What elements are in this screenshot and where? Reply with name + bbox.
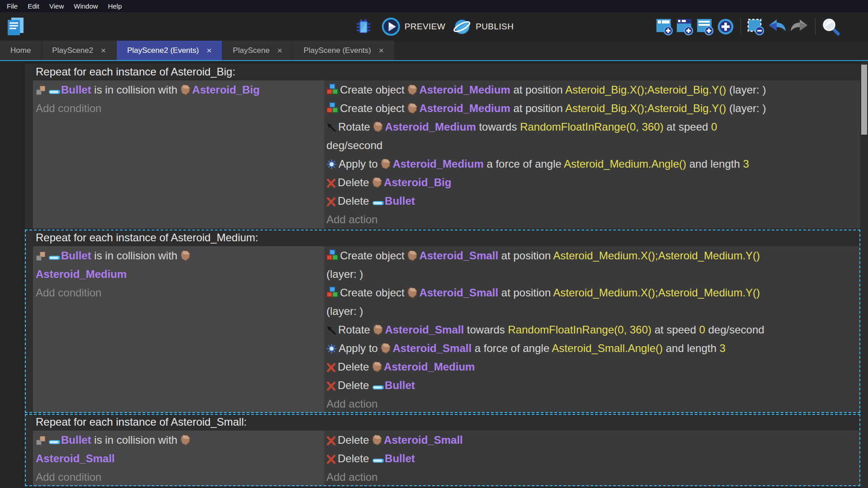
expression: Asteroid_Medium.X();Asteroid_Medium.Y() (553, 249, 760, 262)
expression: RandomFloatInRange(0, 360) (520, 121, 664, 133)
object-name: Bullet (385, 379, 415, 391)
event-line[interactable]: Rotate Asteroid_Medium towards RandomFlo… (326, 117, 857, 155)
tab-playscene[interactable]: PlayScene× (222, 41, 292, 60)
menu-file[interactable]: File (2, 2, 23, 10)
tab-label: PlayScene (233, 46, 269, 55)
tab-playscene-events[interactable]: PlayScene (Events)× (293, 41, 394, 60)
delete-icon (326, 363, 336, 372)
event-line[interactable]: Delete Asteroid_Medium (326, 357, 857, 376)
asteroid-icon (373, 122, 383, 132)
event-drag-handle[interactable] (25, 64, 33, 229)
event-body: Bullet is in collision with Asteroid_Med… (33, 246, 860, 413)
event-line[interactable]: Delete Asteroid_Small (326, 431, 857, 449)
add-action-button[interactable]: Add action (326, 210, 857, 229)
instruction-text: (layer: ) (726, 102, 766, 114)
event-line[interactable]: Create object Asteroid_Small at position… (326, 246, 857, 283)
object-name: Asteroid_Medium (385, 121, 476, 133)
instruction-text: is in collision with (91, 434, 180, 446)
instruction-text: Create object (340, 84, 407, 96)
delete-icon (326, 455, 336, 464)
redo-button[interactable] (790, 19, 809, 35)
add-condition-button[interactable]: Add condition (36, 99, 321, 117)
event-line[interactable]: Bullet is in collision with Asteroid_Med… (36, 246, 321, 283)
remove-event-button[interactable] (747, 18, 764, 36)
object-name: Asteroid_Small (384, 434, 463, 446)
add-condition-button[interactable]: Add condition (36, 468, 321, 486)
object-name: Asteroid_Medium (392, 158, 483, 170)
undo-button[interactable] (768, 19, 787, 35)
globe-icon (453, 17, 472, 36)
event-line[interactable]: Rotate Asteroid_Small towards RandomFloa… (326, 320, 857, 339)
instruction-text: at speed (664, 121, 711, 133)
menu-view[interactable]: View (44, 2, 69, 10)
instruction-text: Rotate (338, 324, 373, 336)
event-drag-handle[interactable] (25, 230, 33, 413)
event-line[interactable]: Create object Asteroid_Medium at positio… (326, 80, 857, 99)
asteroid-icon (407, 84, 417, 95)
event-drag-handle[interactable] (25, 414, 33, 486)
debug-button[interactable] (354, 18, 373, 36)
instruction-text: deg/second (705, 324, 764, 336)
vertical-scrollbar[interactable] (860, 61, 868, 488)
event-header[interactable]: Repeat for each instance of Asteroid_Med… (33, 230, 860, 246)
event-block[interactable]: Repeat for each instance of Asteroid_Med… (25, 230, 860, 413)
tab-home[interactable]: Home (0, 41, 41, 60)
tab-close-icon[interactable]: × (379, 46, 384, 55)
menu-help[interactable]: Help (103, 2, 127, 10)
tab-label: PlayScene (Events) (303, 46, 371, 55)
tab-close-icon[interactable]: × (277, 46, 282, 55)
event-line[interactable]: Delete Asteroid_Big (326, 173, 857, 192)
add-condition-button[interactable]: Add condition (36, 283, 321, 302)
preview-button[interactable]: PREVIEW (382, 17, 445, 36)
event-line[interactable]: Delete Bullet (326, 192, 857, 210)
event-block[interactable]: Repeat for each instance of Asteroid_Sma… (25, 414, 860, 486)
add-new-button[interactable] (717, 18, 734, 35)
add-action-button[interactable]: Add action (326, 468, 857, 486)
asteroid-icon (407, 287, 417, 298)
redo-icon (790, 19, 809, 35)
add-action-button[interactable]: Add action (326, 394, 857, 413)
add-subevent-button[interactable] (676, 18, 693, 36)
bullet-icon (48, 254, 61, 261)
instruction-text: a force of angle (472, 342, 552, 354)
menu-edit[interactable]: Edit (23, 2, 44, 10)
tab-close-icon[interactable]: × (101, 46, 106, 55)
add-event-icon (656, 18, 673, 36)
menu-window[interactable]: Window (69, 2, 103, 10)
event-line[interactable]: Apply to Asteroid_Medium a force of angl… (326, 155, 857, 173)
collision-icon (36, 251, 47, 262)
tab-close-icon[interactable]: × (207, 46, 212, 55)
tab-playscene2[interactable]: PlayScene2× (42, 41, 116, 60)
event-line[interactable]: Delete Bullet (326, 376, 857, 394)
app-logo[interactable] (5, 17, 26, 37)
toolbar-separator (741, 19, 741, 35)
bullet-icon (372, 200, 384, 206)
search-button[interactable] (822, 18, 840, 36)
event-line[interactable]: Create object Asteroid_Medium at positio… (326, 99, 857, 117)
events-editor: Repeat for each instance of Asteroid_Big… (0, 61, 868, 488)
object-name: Bullet (385, 195, 415, 207)
object-name: Bullet (385, 452, 415, 465)
scrollbar-thumb[interactable] (861, 65, 867, 135)
event-line[interactable]: Delete Bullet (326, 449, 857, 468)
instruction-text: Delete (338, 379, 372, 391)
event-header[interactable]: Repeat for each instance of Asteroid_Sma… (33, 414, 860, 431)
event-block[interactable]: Repeat for each instance of Asteroid_Big… (25, 64, 860, 229)
event-line[interactable]: Create object Asteroid_Small at position… (326, 283, 857, 320)
add-event-button[interactable] (656, 18, 673, 36)
event-line[interactable]: Apply to Asteroid_Small a force of angle… (326, 339, 857, 357)
publish-button[interactable]: PUBLISH (453, 17, 514, 36)
instruction-text: is in collision with (91, 84, 180, 96)
conditions-panel: Bullet is in collision with Asteroid_Med… (33, 246, 324, 413)
add-comment-button[interactable] (697, 18, 714, 36)
instruction-text: Apply to (339, 158, 381, 170)
event-header[interactable]: Repeat for each instance of Asteroid_Big… (33, 64, 860, 80)
delete-icon (326, 178, 336, 188)
tab-label: Home (10, 46, 31, 55)
event-line[interactable]: Bullet is in collision with Asteroid_Big (36, 80, 321, 99)
object-name: Asteroid_Small (419, 249, 498, 262)
event-line[interactable]: Bullet is in collision with Asteroid_Sma… (36, 431, 321, 468)
instruction-text: Delete (338, 452, 372, 465)
tab-playscene2-events[interactable]: PlayScene2 (Events)× (117, 41, 222, 60)
expression: 3 (719, 342, 725, 354)
